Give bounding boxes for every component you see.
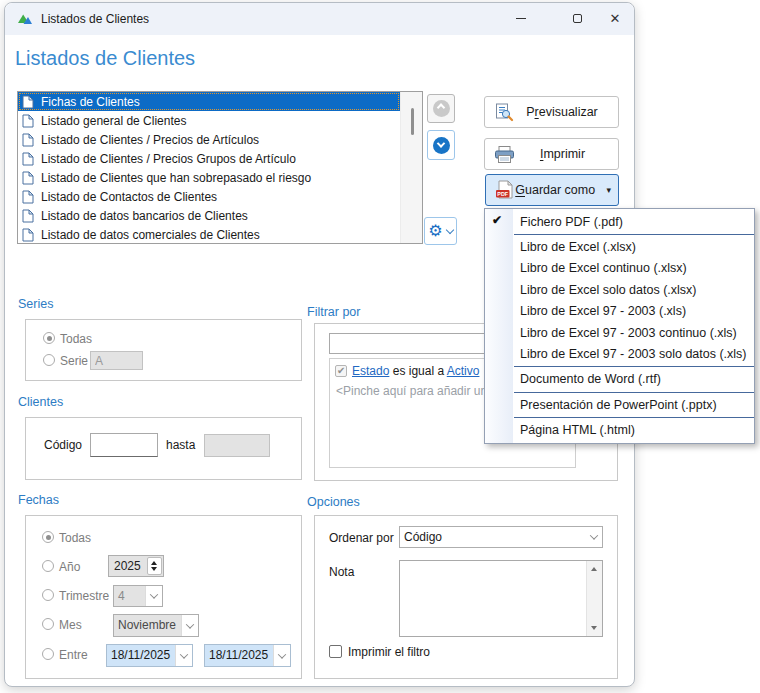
ordenar-por-label: Ordenar por: [329, 531, 394, 545]
fechas-entre-radio[interactable]: [42, 648, 54, 660]
codigo-label: Código: [44, 438, 82, 452]
list-item[interactable]: Listado de Clientes que han sobrepasado …: [18, 168, 400, 187]
fechas-trimestre-radio[interactable]: [42, 589, 54, 601]
clientes-group-label: Clientes: [18, 395, 63, 409]
window-title: Listados de Clientes: [41, 12, 149, 26]
document-icon: [22, 114, 34, 128]
nota-label: Nota: [329, 565, 354, 579]
condition-operator: es igual a: [393, 364, 444, 378]
maximize-button[interactable]: [556, 3, 598, 34]
list-item[interactable]: Listado general de Clientes: [18, 111, 400, 130]
codigo-hasta-input[interactable]: [204, 434, 270, 457]
close-icon: ✕: [610, 12, 621, 25]
fechas-trimestre-label: Trimestre: [59, 589, 109, 603]
menu-item-xls-solo-datos[interactable]: Libro de Excel 97 - 2003 solo datos (.xl…: [485, 343, 754, 364]
check-icon: ✔: [492, 213, 502, 227]
menu-item-xlsx-solo-datos[interactable]: Libro de Excel solo datos (.xlsx): [485, 279, 754, 300]
spin-down-icon: [151, 567, 157, 571]
fechas-group-label: Fechas: [18, 493, 59, 507]
list-item[interactable]: Listado de Clientes / Precios de Artícul…: [18, 130, 400, 149]
save-as-label: Guardar como: [514, 183, 604, 197]
chevron-down-icon: [589, 531, 597, 539]
ano-spinner[interactable]: 2025: [108, 555, 164, 577]
minimize-button[interactable]: [500, 3, 542, 34]
fecha-desde-combo[interactable]: 18/11/2025: [106, 644, 193, 667]
menu-separator: [514, 366, 754, 367]
chevron-down-icon: [278, 650, 286, 658]
save-as-button[interactable]: PDF Guardar como ▾: [485, 174, 619, 206]
scroll-down-icon: [591, 626, 597, 630]
fechas-todas-radio[interactable]: [42, 531, 54, 543]
chevron-down-icon: [180, 650, 188, 658]
imprimir-filtro-label: Imprimir el filtro: [348, 645, 430, 659]
list-item[interactable]: Fichas de Clientes: [18, 92, 400, 111]
fechas-mes-radio[interactable]: [42, 618, 54, 630]
series-todas-label: Todas: [60, 332, 92, 346]
printer-icon: [494, 145, 515, 164]
menu-item-xls-continuo[interactable]: Libro de Excel 97 - 2003 continuo (.xls): [485, 322, 754, 343]
fechas-todas-label: Todas: [59, 531, 91, 545]
document-icon: [22, 228, 34, 242]
list-item[interactable]: Listado de datos comerciales de Clientes: [18, 225, 400, 244]
list-item[interactable]: Listado de Contactos de Clientes: [18, 187, 400, 206]
codigo-input[interactable]: [90, 433, 158, 457]
document-icon: [22, 209, 34, 223]
menu-item-word[interactable]: Documento de Word (.rtf): [485, 369, 754, 390]
settings-button[interactable]: ⚙: [424, 217, 457, 245]
svg-text:PDF: PDF: [497, 191, 508, 197]
condition-value-link[interactable]: Activo: [447, 364, 480, 378]
opciones-group-label: Opciones: [307, 495, 360, 509]
move-down-button[interactable]: [427, 130, 455, 160]
fechas-ano-radio[interactable]: [42, 560, 54, 572]
menu-separator: [514, 234, 754, 235]
circle-down-icon: [433, 137, 450, 154]
chevron-down-icon: [445, 225, 453, 233]
move-up-button[interactable]: [427, 94, 455, 123]
filter-condition-row: Estado es igual a Activo: [352, 364, 479, 378]
print-label: Imprimir: [515, 147, 618, 161]
nota-scrollbar[interactable]: [586, 561, 602, 636]
preview-icon: [494, 103, 514, 122]
menu-separator: [514, 392, 754, 393]
mes-combo[interactable]: Noviembre: [113, 614, 199, 637]
series-serie-label: Serie: [60, 354, 88, 368]
page-title: Listados de Clientes: [15, 47, 195, 70]
preview-button[interactable]: Previsualizar: [484, 96, 619, 128]
maximize-icon: [573, 14, 582, 23]
scroll-up-icon: [591, 567, 597, 571]
dialog-window: Listados de Clientes ✕ Listados de Clien…: [4, 2, 635, 687]
menu-separator: [514, 417, 754, 418]
fecha-hasta-value: 18/11/2025: [205, 645, 273, 666]
document-icon: [22, 152, 34, 166]
menu-item-powerpoint[interactable]: Presentación de PowerPoint (.pptx): [485, 394, 754, 415]
serie-input[interactable]: [90, 351, 143, 370]
menu-item-xlsx[interactable]: Libro de Excel (.xlsx): [485, 236, 754, 257]
document-icon: [22, 133, 34, 147]
imprimir-filtro-checkbox[interactable]: [329, 645, 342, 658]
menu-item-xls[interactable]: Libro de Excel 97 - 2003 (.xls): [485, 301, 754, 322]
print-button[interactable]: Imprimir: [484, 138, 619, 170]
nota-textarea[interactable]: [400, 561, 586, 636]
series-serie-radio[interactable]: [43, 354, 55, 366]
list-scrollbar[interactable]: [400, 92, 422, 243]
spinner-buttons[interactable]: [147, 557, 162, 575]
condition-checkbox[interactable]: [335, 365, 347, 377]
list-item[interactable]: Listado de Clientes / Precios Grupos de …: [18, 149, 400, 168]
filtrar-group-label: Filtrar por: [307, 305, 360, 319]
list-item[interactable]: Listado de datos bancarios de Clientes: [18, 206, 400, 225]
ordenar-por-combo[interactable]: Código: [399, 526, 603, 548]
condition-field-link[interactable]: Estado: [352, 364, 389, 378]
fecha-desde-value: 18/11/2025: [107, 645, 175, 666]
close-button[interactable]: ✕: [594, 3, 636, 34]
scrollbar-thumb[interactable]: [411, 108, 414, 135]
menu-item-pdf[interactable]: ✔ Fichero PDF (.pdf): [485, 211, 754, 232]
menu-item-html[interactable]: Página HTML (.html): [485, 420, 754, 441]
series-todas-radio[interactable]: [43, 332, 55, 344]
document-icon: [22, 190, 34, 204]
fechas-entre-label: Entre: [59, 648, 88, 662]
combo-chevron: [585, 527, 602, 547]
fecha-hasta-combo[interactable]: 18/11/2025: [204, 644, 291, 667]
trimestre-combo[interactable]: 4: [113, 585, 163, 607]
menu-item-xlsx-continuo[interactable]: Libro de Excel continuo (.xlsx): [485, 258, 754, 279]
chevron-down-icon: [186, 620, 194, 628]
